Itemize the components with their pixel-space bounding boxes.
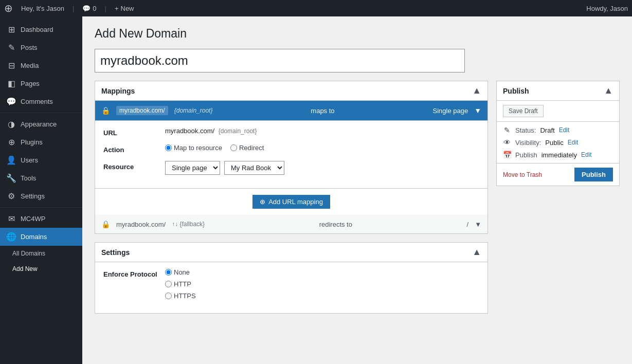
- mappings-postbox: Mappings ▲ 🔒 myradbook.com/ {domain_root…: [95, 81, 488, 234]
- map-to-resource-option[interactable]: Map to resource: [165, 144, 222, 152]
- publish-toggle[interactable]: ▲: [604, 85, 613, 96]
- protocol-none-radio[interactable]: [165, 269, 172, 276]
- comments-link[interactable]: 💬 0: [82, 5, 96, 12]
- comments-icon: 💬: [82, 5, 91, 12]
- mappings-title: Mappings: [101, 87, 135, 95]
- sidebar-item-tools[interactable]: 🔧 Tools: [0, 169, 82, 187]
- appearance-icon: ◑: [6, 119, 16, 129]
- resource-row: Resource Single page My Rad Book: [103, 161, 479, 175]
- plugins-icon: ⊕: [6, 137, 16, 147]
- media-icon: ⊟: [6, 61, 16, 70]
- enforce-protocol-row: Enforce Protocol None HTTP: [103, 268, 479, 300]
- redirect-radio[interactable]: [230, 144, 237, 151]
- main-area: Add New Domain Mappings ▲ 🔒 myra: [82, 16, 632, 364]
- sidebar-item-pages[interactable]: ◧ Pages: [0, 75, 82, 93]
- sidebar-item-label: Appearance: [21, 120, 57, 128]
- fallback-chevron-icon[interactable]: ▼: [475, 221, 481, 228]
- mapping-active-row[interactable]: 🔒 myradbook.com/ {domain_root} maps to S…: [95, 101, 487, 121]
- url-value-wrap: myradbook.com/ {domain_root}: [165, 127, 479, 135]
- sidebar: ⊞ Dashboard ✎ Posts ⊟ Media ◧ Pages 💬 Co…: [0, 16, 82, 364]
- protocol-http-radio[interactable]: [165, 281, 172, 287]
- mapping-chevron-icon[interactable]: ▼: [474, 106, 481, 115]
- status-edit-link[interactable]: Edit: [559, 126, 570, 134]
- sidebar-item-mc4wp[interactable]: ✉ MC4WP: [0, 210, 82, 228]
- divider2: |: [105, 5, 106, 12]
- fallback-url: myradbook.com/: [116, 221, 166, 228]
- fallback-lock-icon: 🔒: [101, 220, 110, 228]
- sidebar-item-settings[interactable]: ⚙ Settings: [0, 187, 82, 205]
- layout: ⊞ Dashboard ✎ Posts ⊟ Media ◧ Pages 💬 Co…: [0, 16, 632, 364]
- sidebar-item-domains[interactable]: 🌐 Domains: [0, 228, 82, 246]
- domain-input[interactable]: [95, 49, 465, 72]
- url-value: myradbook.com/: [165, 127, 214, 135]
- publish-timing-edit-link[interactable]: Edit: [581, 151, 592, 158]
- new-button[interactable]: + New: [115, 5, 134, 12]
- sidebar-item-comments[interactable]: 💬 Comments: [0, 93, 82, 111]
- protocol-https-option[interactable]: HTTPS: [165, 292, 479, 300]
- status-row: ✎ Status: Draft Edit: [503, 126, 613, 134]
- top-bar: ⊕ Hey, It's Jason | 💬 0 | + New Howdy, J…: [0, 0, 632, 16]
- posts-icon: ✎: [6, 43, 16, 52]
- mapping-url-badge: myradbook.com/: [116, 106, 168, 115]
- page-title: Add New Domain: [95, 27, 620, 41]
- settings-toggle[interactable]: ▲: [472, 247, 481, 258]
- sidebar-separator: [0, 113, 82, 113]
- mc4wp-icon: ✉: [6, 214, 16, 224]
- sidebar-item-label: Media: [21, 62, 39, 69]
- divider: |: [73, 5, 74, 12]
- protocol-https-radio[interactable]: [165, 293, 172, 299]
- domains-icon: 🌐: [6, 232, 16, 242]
- users-icon: 👤: [6, 155, 16, 165]
- publish-title: Publish: [503, 87, 529, 95]
- save-draft-button[interactable]: Save Draft: [503, 105, 544, 117]
- visibility-row: 👁 Visibility: Public Edit: [503, 138, 613, 147]
- resource-type-select[interactable]: Single page: [165, 161, 220, 175]
- url-row: URL myradbook.com/ {domain_root}: [103, 127, 479, 137]
- publish-header: Publish ▲: [497, 81, 619, 101]
- fallback-row[interactable]: 🔒 myradbook.com/ ↑↓ {fallback} redirects…: [95, 215, 487, 233]
- sidebar-item-all-domains[interactable]: All Domains: [0, 246, 82, 261]
- site-name[interactable]: Hey, It's Jason: [21, 5, 64, 12]
- resource-value-select[interactable]: My Rad Book: [224, 161, 284, 175]
- sidebar-item-label: Posts: [21, 44, 38, 51]
- settings-icon: ⚙: [6, 191, 16, 201]
- wp-logo-icon[interactable]: ⊕: [4, 2, 13, 14]
- sidebar-item-label: Users: [21, 156, 38, 164]
- mappings-toggle[interactable]: ▲: [472, 85, 481, 96]
- dashboard-icon: ⊞: [6, 25, 16, 34]
- settings-title: Settings: [101, 248, 130, 257]
- sidebar-item-add-new[interactable]: Add New: [0, 261, 82, 277]
- sidebar-item-users[interactable]: 👤 Users: [0, 151, 82, 169]
- map-to-resource-radio[interactable]: [165, 144, 172, 151]
- publish-timing-value: immediately: [541, 151, 577, 159]
- status-value: Draft: [540, 126, 554, 134]
- move-to-trash-button[interactable]: Move to Trash: [503, 171, 542, 178]
- publish-button[interactable]: Publish: [574, 168, 613, 181]
- sidebar-item-label: Comments: [21, 98, 53, 105]
- sidebar-item-dashboard[interactable]: ⊞ Dashboard: [0, 21, 82, 39]
- lock-icon: 🔒: [101, 106, 110, 115]
- sidebar-item-appearance[interactable]: ◑ Appearance: [0, 115, 82, 133]
- fallback-meta: ↑↓ {fallback}: [172, 221, 205, 228]
- add-mapping-label: Add URL mapping: [268, 198, 323, 206]
- sidebar-item-label: Pages: [21, 80, 40, 87]
- add-mapping-button[interactable]: ⊕ Add URL mapping: [252, 195, 330, 209]
- add-icon: ⊕: [260, 198, 265, 206]
- main-content: Add New Domain Mappings ▲ 🔒 myra: [82, 16, 632, 364]
- add-new-label: Add New: [12, 265, 38, 272]
- sidebar-item-media[interactable]: ⊟ Media: [0, 57, 82, 75]
- sidebar-item-plugins[interactable]: ⊕ Plugins: [0, 133, 82, 151]
- sidebar-item-posts[interactable]: ✎ Posts: [0, 39, 82, 57]
- sidebar-item-label: Settings: [21, 192, 45, 200]
- settings-postbox: Settings ▲ Enforce Protocol None: [95, 242, 488, 314]
- protocol-http-option[interactable]: HTTP: [165, 280, 479, 288]
- mapping-destination: Single page: [432, 107, 468, 115]
- redirect-option[interactable]: Redirect: [230, 144, 264, 152]
- visibility-edit-link[interactable]: Edit: [568, 139, 579, 146]
- pages-icon: ◧: [6, 79, 16, 88]
- protocol-none-option[interactable]: None: [165, 268, 479, 276]
- publish-time-row: 📅 Publish immediately Edit: [503, 151, 613, 159]
- publish-meta: ✎ Status: Draft Edit 👁 Visibility: Publi…: [497, 122, 619, 163]
- sidebar-item-label: Domains: [21, 233, 47, 241]
- visibility-icon: 👁: [503, 138, 511, 147]
